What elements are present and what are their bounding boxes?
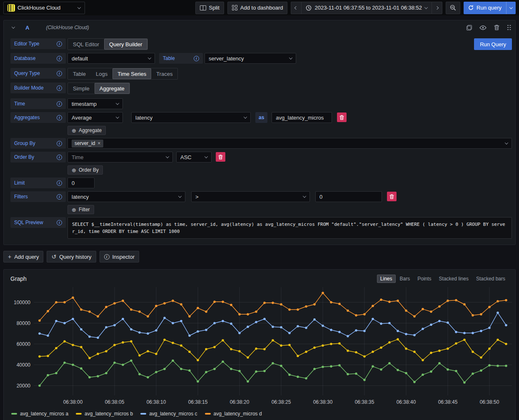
info-icon[interactable]: i <box>194 56 199 61</box>
zoom-out-icon <box>450 5 456 11</box>
editor-run-query-button[interactable]: Run Query <box>474 38 512 50</box>
trash-icon <box>494 25 499 30</box>
duplicate-query-button[interactable] <box>467 25 472 30</box>
add-query-button[interactable]: + Add query <box>3 251 43 262</box>
hide-query-button[interactable] <box>479 25 487 30</box>
legend-item-avg_latency_micros-c[interactable]: avg_latency_micros c <box>140 411 197 417</box>
aggregate-column-select[interactable]: latency <box>131 112 251 123</box>
time-zoom-out-button[interactable] <box>446 2 460 14</box>
plus-circle-icon: ⊕ <box>72 207 76 212</box>
timeseries-chart[interactable]: 2000040000600008000010000006:38:0006:38:… <box>7 284 512 410</box>
legend-label: avg_latency_micros c <box>149 411 197 417</box>
editor-type-segmented: SQL EditorQuery Builder <box>67 38 148 50</box>
query-type-option-logs[interactable]: Logs <box>91 68 112 79</box>
collapse-chevron-icon[interactable] <box>12 25 15 28</box>
svg-text:06:38:10: 06:38:10 <box>147 399 166 405</box>
split-pane-icon <box>200 5 206 10</box>
info-icon[interactable]: i <box>57 180 62 186</box>
filters-row: Filters i latency > 0 <box>10 191 512 202</box>
drag-query-handle[interactable] <box>507 25 511 30</box>
legend-swatch <box>76 413 82 415</box>
chevron-down-icon <box>205 155 208 158</box>
query-type-option-table[interactable]: Table <box>68 68 91 79</box>
add-filter-button[interactable]: ⊕ Filter <box>67 205 94 214</box>
svg-text:06:38:50: 06:38:50 <box>480 399 499 405</box>
legend-item-avg_latency_micros-d[interactable]: avg_latency_micros d <box>205 411 262 417</box>
chevron-down-icon <box>116 101 119 105</box>
legend-item-avg_latency_micros-a[interactable]: avg_latency_micros a <box>11 411 68 417</box>
legend-swatch <box>11 413 17 415</box>
info-icon[interactable]: i <box>57 155 62 160</box>
graph-mode-option-stacked-bars[interactable]: Stacked bars <box>473 275 509 283</box>
time-range-controls: 2023-11-01 06:37:55 to 2023-11-01 06:38:… <box>291 2 442 14</box>
run-query-button[interactable]: Run query <box>464 2 506 14</box>
add-to-dashboard-button[interactable]: Add to dashboard <box>227 2 288 14</box>
remove-filter-button[interactable] <box>387 192 397 201</box>
chevron-right-icon <box>435 6 439 9</box>
time-shift-forward-button[interactable] <box>432 2 442 14</box>
info-icon[interactable]: i <box>57 71 62 76</box>
info-icon[interactable]: i <box>57 41 62 47</box>
chevron-down-icon <box>509 5 513 9</box>
datasource-label: ClickHouse Cloud <box>17 5 60 11</box>
graph-mode-option-lines[interactable]: Lines <box>377 275 396 283</box>
database-select[interactable]: default <box>67 53 155 64</box>
remove-chip-icon[interactable]: × <box>97 140 100 146</box>
time-shift-back-button[interactable] <box>291 2 301 14</box>
legend-item-avg_latency_micros-b[interactable]: avg_latency_micros b <box>76 411 133 417</box>
chart-legend: avg_latency_micros aavg_latency_micros b… <box>7 410 512 418</box>
order-by-row: Order By i Time ASC <box>10 152 512 162</box>
as-chip: as <box>255 112 267 123</box>
order-by-direction-select[interactable]: ASC <box>176 152 212 162</box>
legend-label: avg_latency_micros b <box>85 411 133 417</box>
trash-icon <box>389 194 394 199</box>
time-range-text: 2023-11-01 06:37:55 to 2023-11-01 06:38:… <box>314 5 422 11</box>
limit-input[interactable]: 0 <box>67 178 95 188</box>
sql-preview-label-chip: SQL Preview i <box>10 217 66 228</box>
time-range-picker[interactable]: 2023-11-01 06:37:55 to 2023-11-01 06:38:… <box>301 2 432 14</box>
remove-aggregate-button[interactable] <box>337 112 347 122</box>
info-icon[interactable]: i <box>57 85 62 91</box>
group-by-select[interactable]: server_id × <box>67 138 512 149</box>
editor-type-option-query-builder[interactable]: Query Builder <box>104 39 147 50</box>
query-history-button[interactable]: ↺ Query history <box>47 251 96 262</box>
filter-operator-select[interactable]: > <box>191 191 310 202</box>
graph-mode-option-bars[interactable]: Bars <box>397 275 414 283</box>
aggregate-alias-input[interactable]: avg_latency_micros <box>272 112 332 123</box>
inspector-button[interactable]: i Inspector <box>100 251 139 262</box>
builder-mode-row: Builder Mode i SimpleAggregate <box>10 82 512 94</box>
info-icon[interactable]: i <box>57 141 62 146</box>
chevron-down-icon <box>116 115 119 118</box>
graph-mode-option-points[interactable]: Points <box>414 275 434 283</box>
limit-row: Limit i 0 <box>10 178 512 188</box>
order-by-field-select[interactable]: Time <box>67 152 173 162</box>
aggregates-label-chip: Aggregates i <box>10 112 66 123</box>
remove-order-by-button[interactable] <box>216 152 225 162</box>
filter-field-select[interactable]: latency <box>67 191 185 202</box>
info-icon[interactable]: i <box>57 194 62 200</box>
builder-mode-option-aggregate[interactable]: Aggregate <box>95 83 130 94</box>
add-aggregate-button[interactable]: ⊕ Aggregate <box>67 126 106 135</box>
table-select[interactable]: server_latency <box>205 53 296 64</box>
info-icon[interactable]: i <box>57 56 62 61</box>
builder-mode-option-simple[interactable]: Simple <box>68 83 95 94</box>
builder-mode-segmented: SimpleAggregate <box>67 82 130 94</box>
graph-mode-option-stacked-lines[interactable]: Stacked lines <box>436 275 472 283</box>
aggregate-function-select[interactable]: Average <box>67 112 123 123</box>
timeseries-chart-svg: 2000040000600008000010000006:38:0006:38:… <box>7 284 512 409</box>
run-query-dropdown-button[interactable] <box>506 2 516 14</box>
svg-text:06:38:15: 06:38:15 <box>188 399 208 405</box>
filter-value-input[interactable]: 0 <box>315 191 382 202</box>
time-column-select[interactable]: timestamp <box>67 98 123 109</box>
delete-query-button[interactable] <box>494 25 499 30</box>
query-type-option-time-series[interactable]: Time Series <box>112 68 151 79</box>
split-button[interactable]: Split <box>195 2 224 14</box>
info-icon[interactable]: i <box>57 220 62 225</box>
datasource-picker[interactable]: ClickHouse Cloud <box>3 2 85 14</box>
editor-type-option-sql-editor[interactable]: SQL Editor <box>68 39 104 50</box>
info-icon[interactable]: i <box>57 101 62 107</box>
query-type-option-traces[interactable]: Traces <box>151 68 177 79</box>
query-editor-panel: A (ClickHouse Cloud) Run Query Editor <box>3 20 516 245</box>
info-icon[interactable]: i <box>57 115 62 120</box>
add-order-by-button[interactable]: ⊕ Order By <box>67 165 103 175</box>
